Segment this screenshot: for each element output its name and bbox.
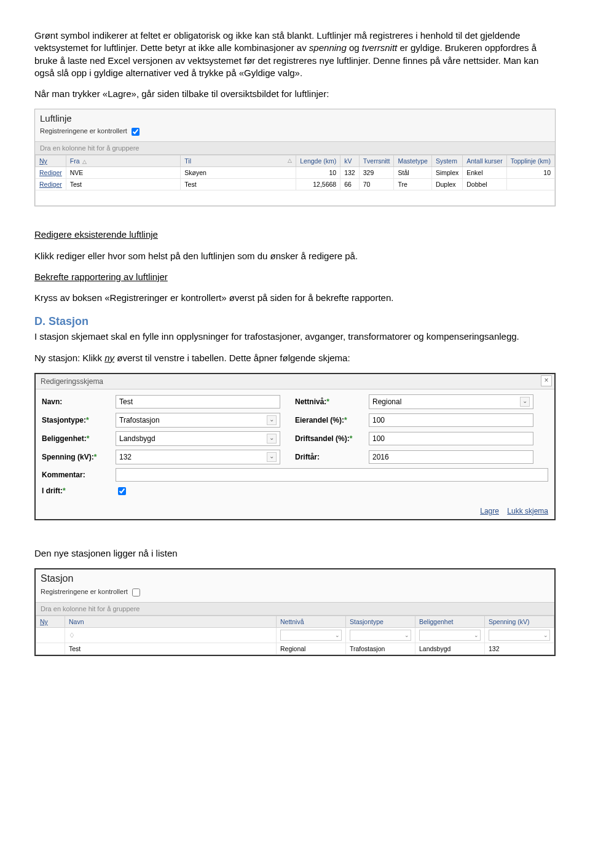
luftlinje-title: Luftlinje bbox=[35, 109, 555, 125]
chevron-down-icon: ⌄ bbox=[520, 397, 530, 407]
bekrefte-text: Kryss av boksen «Registreringer er kontr… bbox=[34, 292, 556, 304]
stasjontype-select[interactable]: Trafostasjon⌄ bbox=[116, 413, 280, 428]
intro-paragraph-2: Når man trykker «Lagre», går siden tilba… bbox=[34, 88, 556, 100]
edit-link[interactable]: Rediger bbox=[36, 167, 66, 179]
close-icon[interactable]: × bbox=[541, 375, 552, 386]
ny-stasjon-listed: Den nye stasjonen ligger nå i listen bbox=[34, 547, 556, 560]
redigering-form: Redigeringsskjema × Navn: Nettnivå:* Reg… bbox=[34, 373, 556, 520]
luftlinje-table: Ny Fra△ Til△ Lengde (km) kV Tverrsnitt M… bbox=[35, 155, 555, 206]
group-hint[interactable]: Dra en kolonne hit for å gruppere bbox=[35, 141, 555, 155]
stasjon-panel: Stasjon Registreringene er kontrollert D… bbox=[34, 568, 556, 656]
ny-stasjon-text: Ny stasjon: Klikk ny øverst til venstre … bbox=[34, 352, 556, 364]
filter-spenning[interactable]: ⌄ bbox=[489, 630, 550, 641]
redigere-heading: Redigere eksisterende luftlinje bbox=[34, 229, 158, 240]
label-idrift: I drift:* bbox=[42, 487, 116, 495]
beliggenhet-select[interactable]: Landsbygd⌄ bbox=[116, 431, 280, 446]
driftsandel-input[interactable] bbox=[369, 432, 533, 445]
section-d-text: I stasjon skjemaet skal en fylle inn opp… bbox=[34, 330, 556, 343]
nettniva-select[interactable]: Regional⌄ bbox=[369, 394, 533, 409]
col-nettniva[interactable]: Nettnivå bbox=[277, 616, 346, 628]
label-driftsandel: Driftsandel (%):* bbox=[295, 434, 369, 443]
filter-nettniva[interactable]: ⌄ bbox=[280, 630, 342, 641]
chevron-down-icon: ⌄ bbox=[267, 434, 277, 444]
col-til[interactable]: Til△ bbox=[181, 155, 296, 167]
filter-icon[interactable]: ♢ bbox=[69, 631, 77, 639]
col-ny[interactable]: Ny bbox=[36, 616, 65, 628]
label-spenning: Spenning (kV):* bbox=[42, 453, 116, 461]
col-ny[interactable]: Ny bbox=[36, 155, 66, 167]
lukk-button[interactable]: Lukk skjema bbox=[507, 507, 548, 515]
form-footer: Lagre Lukk skjema bbox=[36, 503, 554, 519]
navn-input[interactable] bbox=[116, 395, 280, 409]
chevron-down-icon: ⌄ bbox=[267, 415, 277, 425]
stasjon-table: Ny Navn Nettnivå Stasjontype Beliggenhet… bbox=[36, 616, 554, 655]
col-mastetype[interactable]: Mastetype bbox=[394, 155, 431, 167]
col-fra[interactable]: Fra△ bbox=[66, 155, 181, 167]
redigere-text: Klikk rediger eller hvor som helst på de… bbox=[34, 250, 556, 262]
col-spenning[interactable]: Spenning (kV) bbox=[485, 616, 554, 628]
intro-paragraph-1: Grønt symbol indikerer at feltet er obli… bbox=[34, 29, 556, 79]
filter-beliggenhet[interactable]: ⌄ bbox=[419, 630, 481, 641]
stasjon-kontrollert: Registreringene er kontrollert bbox=[36, 585, 554, 602]
col-topplinje[interactable]: Topplinje (km) bbox=[506, 155, 554, 167]
chevron-down-icon: ⌄ bbox=[267, 452, 277, 462]
stasjon-kontrollert-checkbox[interactable] bbox=[132, 588, 140, 596]
col-system[interactable]: System bbox=[431, 155, 462, 167]
label-kommentar: Kommentar: bbox=[42, 471, 116, 479]
label-driftar: Driftår: bbox=[295, 453, 369, 461]
col-navn[interactable]: Navn bbox=[65, 616, 277, 628]
section-d-title: D. Stasjon bbox=[34, 315, 556, 328]
filter-stasjontype[interactable]: ⌄ bbox=[350, 630, 411, 641]
col-antall[interactable]: Antall kurser bbox=[463, 155, 506, 167]
idrift-checkbox[interactable] bbox=[118, 487, 126, 495]
form-title-bar: Redigeringsskjema × bbox=[36, 374, 554, 389]
table-row[interactable]: Test Regional Trafostasjon Landsbygd 132 bbox=[36, 643, 554, 655]
col-tverrsnitt[interactable]: Tverrsnitt bbox=[359, 155, 394, 167]
col-stasjontype[interactable]: Stasjontype bbox=[346, 616, 415, 628]
bekrefte-heading: Bekrefte rapportering av luftlinjer bbox=[34, 272, 168, 282]
kontrollert-checkbox[interactable] bbox=[132, 128, 140, 136]
table-row[interactable]: Rediger Test Test 12,5668 66 70 Tre Dupl… bbox=[36, 179, 555, 190]
label-navn: Navn: bbox=[42, 397, 116, 406]
spenning-select[interactable]: 132⌄ bbox=[116, 450, 280, 464]
stasjon-title: Stasjon bbox=[36, 569, 554, 585]
label-beliggenhet: Beliggenhet:* bbox=[42, 434, 116, 443]
col-lengde[interactable]: Lengde (km) bbox=[296, 155, 340, 167]
label-stasjontype: Stasjontype:* bbox=[42, 416, 116, 424]
kommentar-input[interactable] bbox=[116, 468, 548, 482]
stasjon-group-hint[interactable]: Dra en kolonne hit for å gruppere bbox=[36, 602, 554, 616]
eierandel-input[interactable] bbox=[369, 413, 533, 427]
luftlinje-panel: Luftlinje Registreringene er kontrollert… bbox=[34, 109, 556, 206]
edit-link[interactable]: Rediger bbox=[36, 179, 66, 190]
label-eierandel: Eierandel (%):* bbox=[295, 416, 369, 424]
label-nettniva: Nettnivå:* bbox=[295, 397, 369, 406]
col-kv[interactable]: kV bbox=[340, 155, 360, 167]
driftar-input[interactable] bbox=[369, 450, 533, 464]
kontrollert-row: Registreringene er kontrollert bbox=[35, 125, 555, 141]
col-beliggenhet[interactable]: Beliggenhet bbox=[415, 616, 485, 628]
lagre-button[interactable]: Lagre bbox=[480, 507, 499, 515]
table-row[interactable]: Rediger NVE Skøyen 10 132 329 Stål Simpl… bbox=[36, 167, 555, 179]
